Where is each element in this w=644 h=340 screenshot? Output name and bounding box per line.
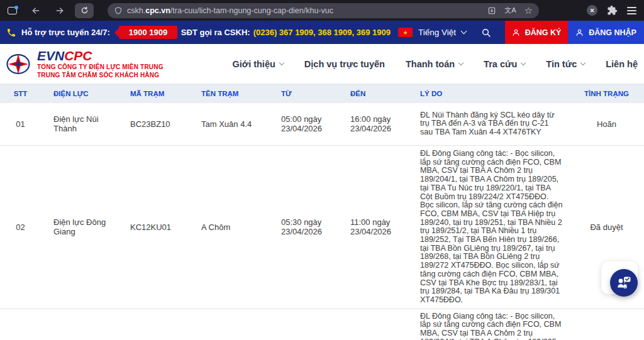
cell-dien-luc: Điện lực Đông Giang <box>41 146 123 309</box>
url-bar[interactable]: cskh.cpc.vn/tra-cuu/lich-tam-ngung-cung-… <box>108 3 539 18</box>
extensions-puzzle-icon[interactable] <box>607 5 618 16</box>
nav-tin-tuc[interactable]: Tin tức <box>546 59 585 69</box>
shield-icon <box>114 6 123 15</box>
topbar: Hỗ trợ trực tuyến 24/7: 1900 1909 SĐT gọ… <box>0 21 644 44</box>
chat-agent-icon <box>616 275 632 291</box>
col-header-tu: TỪ <box>277 84 346 103</box>
cell-den: 11:00 ngày 23/04/2026 <box>346 146 415 309</box>
cell-den: 16:00 ngày 23/04/2026 <box>346 103 415 146</box>
forward-arrow-icon <box>55 6 65 16</box>
save-page-icon[interactable] <box>487 6 496 15</box>
user-icon <box>575 28 584 36</box>
org-line-2: TRUNG TÂM CHĂM SÓC KHÁCH HÀNG <box>37 71 164 79</box>
forward-button[interactable] <box>55 6 65 16</box>
call-label: SĐT gọi ra CSKH: <box>181 28 250 37</box>
evncpc-logo[interactable]: EVNCPC TỔNG CÔNG TY ĐIỆN LỰC MIỀN TRUNG … <box>5 49 164 79</box>
vietnam-flag-icon: ★ <box>398 28 413 37</box>
cell-ma-tram: KC12KU01 <box>123 146 195 309</box>
extension-x-icon[interactable]: ✕ <box>587 5 597 16</box>
cell-ly-do: ĐL Đông Giang công tác: - Bọc silicon, l… <box>415 309 569 340</box>
user-icon <box>512 28 520 36</box>
cell-dien-luc: Điện lực Núi Thành <box>41 103 123 146</box>
login-button[interactable]: ĐĂNG NHẬP <box>568 21 644 44</box>
site-header: EVNCPC TỔNG CÔNG TY ĐIỆN LỰC MIỀN TRUNG … <box>0 44 644 84</box>
back-button[interactable] <box>31 6 41 16</box>
nav-lien-he[interactable]: Liên hệ <box>606 59 638 69</box>
cell-stt <box>0 309 41 340</box>
table-row: ĐL Đông Giang công tác: - Bọc silicon, l… <box>0 309 644 340</box>
search-icon <box>481 28 491 38</box>
menu-hamburger-icon[interactable] <box>627 7 636 14</box>
nav-tra-cuu[interactable]: Tra cứu <box>484 59 525 69</box>
cell-ly-do: ĐL Núi Thành đăng ký SCL kéo dây từ trụ … <box>415 103 569 146</box>
support-label: Hỗ trợ trực tuyến 24/7: <box>21 28 110 37</box>
reload-button[interactable] <box>75 3 94 18</box>
browser-toolbar: cskh.cpc.vn/tra-cuu/lich-tam-ngung-cung-… <box>0 0 644 21</box>
cell-ten-tram: Tam Xuân 4.4 <box>195 103 277 146</box>
cell-ly-do: ĐL Đông Giang công tác: - Bọc silicon, l… <box>415 146 569 309</box>
language-selector[interactable]: Tiếng Việt <box>418 28 456 37</box>
cell-stt: 01 <box>0 103 41 146</box>
cell-ten-tram: A Chôm <box>195 146 277 309</box>
col-header-tinh-trang: TÌNH TRẠNG <box>569 84 644 103</box>
tab-icon[interactable] <box>8 7 17 14</box>
cell-stt: 02 <box>0 146 41 309</box>
cell-ma-tram: BC23BZ10 <box>123 103 195 146</box>
evn-star-logo-icon <box>5 51 31 77</box>
translate-icon[interactable]: 文A <box>504 7 516 14</box>
chevron-down-icon <box>279 60 284 65</box>
col-header-ly-do: LÝ DO <box>415 84 569 103</box>
cell-den <box>346 309 415 340</box>
tab-attention-dot <box>14 6 18 9</box>
nav-dich-vu-truc-tuyen[interactable]: Dịch vụ trực tuyến <box>304 59 385 69</box>
logo-text-evn: EVN <box>37 48 64 63</box>
call-numbers: (0236) 367 1909, 368 1909, 369 1909 <box>253 28 391 37</box>
col-header-ma-tram: MÃ TRẠM <box>123 84 195 103</box>
table-header-row: STT ĐIỆN LỰC MÃ TRẠM TÊN TRẠM TỪ ĐẾN LÝ … <box>0 84 644 103</box>
nav-gioi-thieu[interactable]: Giới thiệu <box>233 59 284 69</box>
chevron-down-icon[interactable] <box>461 28 467 35</box>
search-button[interactable] <box>481 28 491 38</box>
chevron-down-icon <box>580 60 586 65</box>
phone-icon <box>6 28 16 38</box>
outage-schedule-table: STT ĐIỆN LỰC MÃ TRẠM TÊN TRẠM TỪ ĐẾN LÝ … <box>0 84 644 340</box>
table-row: 02 Điện lực Đông Giang KC12KU01 A Chôm 0… <box>0 146 644 309</box>
table-row: 01 Điện lực Núi Thành BC23BZ10 Tam Xuân … <box>0 103 644 146</box>
cell-tu <box>277 309 346 340</box>
cell-tu: 05:00 ngày 23/04/2026 <box>277 103 346 146</box>
chevron-down-icon <box>458 60 464 65</box>
col-header-dien-luc: ĐIỆN LỰC <box>41 84 123 103</box>
cell-tu: 05:30 ngày 23/04/2026 <box>277 146 346 309</box>
hotline-badge[interactable]: 1900 1909 <box>119 26 177 39</box>
chat-support-button[interactable] <box>610 269 638 297</box>
logo-text-cpc: CPC <box>64 48 92 63</box>
cell-ten-tram <box>195 309 277 340</box>
org-line-1: TỔNG CÔNG TY ĐIỆN LỰC MIỀN TRUNG <box>37 63 164 71</box>
back-arrow-icon <box>31 6 41 16</box>
bookmark-star-icon[interactable]: ☆ <box>525 6 533 15</box>
url-text: cskh.cpc.vn/tra-cuu/lich-tam-ngung-cung-… <box>127 6 482 15</box>
main-nav: Giới thiệu Dịch vụ trực tuyến Thanh toán… <box>233 59 638 69</box>
nav-thanh-toan[interactable]: Thanh toán <box>406 59 463 69</box>
col-header-den: ĐẾN <box>346 84 415 103</box>
register-button[interactable]: ĐĂNG KÝ <box>505 21 568 44</box>
cell-ma-tram <box>123 309 195 340</box>
col-header-ten-tram: TÊN TRẠM <box>195 84 277 103</box>
reload-icon <box>80 6 89 14</box>
cell-dien-luc <box>41 309 123 340</box>
chevron-down-icon <box>521 60 526 65</box>
status-badge <box>569 309 644 340</box>
status-badge: Hoãn <box>569 103 644 146</box>
col-header-stt: STT <box>0 84 41 103</box>
